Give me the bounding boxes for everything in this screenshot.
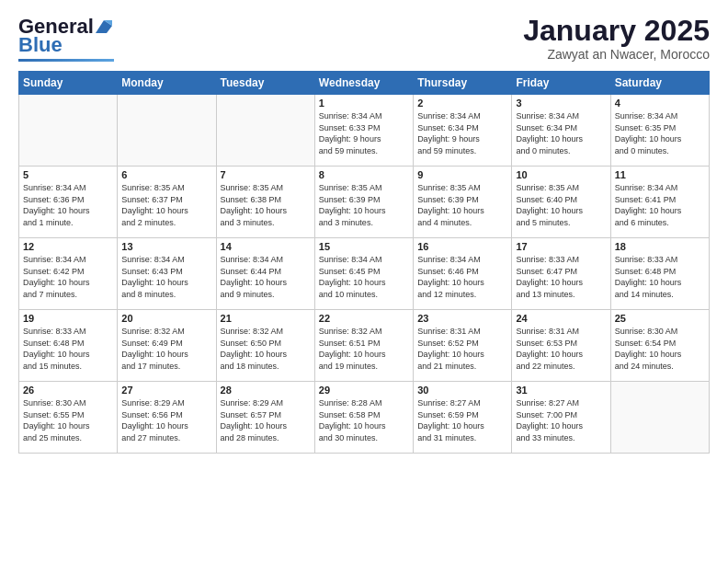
calendar-day: 16Sunrise: 8:34 AMSunset: 6:46 PMDayligh… xyxy=(414,238,512,310)
day-info: Sunrise: 8:33 AMSunset: 6:48 PMDaylight:… xyxy=(23,326,113,372)
day-number: 25 xyxy=(615,313,705,324)
day-info: Sunrise: 8:34 AMSunset: 6:43 PMDaylight:… xyxy=(121,254,211,300)
day-number: 30 xyxy=(417,385,507,396)
logo-underline xyxy=(18,59,114,62)
logo-text-blue: Blue xyxy=(18,33,63,57)
day-number: 7 xyxy=(221,169,311,180)
day-info: Sunrise: 8:34 AMSunset: 6:42 PMDaylight:… xyxy=(23,254,113,300)
calendar-day: 4Sunrise: 8:34 AMSunset: 6:35 PMDaylight… xyxy=(610,95,709,167)
day-number: 29 xyxy=(319,385,409,396)
col-tuesday: Tuesday xyxy=(216,72,314,95)
day-info: Sunrise: 8:33 AMSunset: 6:47 PMDaylight:… xyxy=(516,254,606,300)
calendar-day: 21Sunrise: 8:32 AMSunset: 6:50 PMDayligh… xyxy=(216,310,314,382)
day-info: Sunrise: 8:34 AMSunset: 6:34 PMDaylight:… xyxy=(516,110,606,156)
header: General Blue January 2025 Zawyat an Nwac… xyxy=(18,15,710,62)
day-info: Sunrise: 8:34 AMSunset: 6:41 PMDaylight:… xyxy=(615,182,705,228)
day-number: 18 xyxy=(615,241,705,252)
day-number: 17 xyxy=(516,241,606,252)
day-info: Sunrise: 8:35 AMSunset: 6:38 PMDaylight:… xyxy=(221,182,311,228)
day-number: 6 xyxy=(121,169,211,180)
day-info: Sunrise: 8:32 AMSunset: 6:49 PMDaylight:… xyxy=(121,326,211,372)
day-number: 13 xyxy=(121,241,211,252)
day-number: 28 xyxy=(221,385,311,396)
calendar-day: 5Sunrise: 8:34 AMSunset: 6:36 PMDaylight… xyxy=(19,167,118,238)
calendar-day xyxy=(610,382,709,454)
col-monday: Monday xyxy=(118,72,216,95)
day-info: Sunrise: 8:34 AMSunset: 6:33 PMDaylight:… xyxy=(319,110,409,156)
calendar-subtitle: Zawyat an Nwacer, Morocco xyxy=(523,47,710,62)
col-wednesday: Wednesday xyxy=(314,72,413,95)
calendar-day: 13Sunrise: 8:34 AMSunset: 6:43 PMDayligh… xyxy=(118,238,216,310)
calendar-day: 3Sunrise: 8:34 AMSunset: 6:34 PMDaylight… xyxy=(512,95,610,167)
day-info: Sunrise: 8:27 AMSunset: 7:00 PMDaylight:… xyxy=(516,397,606,443)
day-number: 26 xyxy=(23,385,113,396)
day-info: Sunrise: 8:34 AMSunset: 6:45 PMDaylight:… xyxy=(319,254,409,300)
calendar-day: 17Sunrise: 8:33 AMSunset: 6:47 PMDayligh… xyxy=(512,238,610,310)
col-saturday: Saturday xyxy=(610,72,709,95)
calendar-day: 30Sunrise: 8:27 AMSunset: 6:59 PMDayligh… xyxy=(414,382,512,454)
day-number: 3 xyxy=(516,98,606,109)
calendar-day xyxy=(216,95,314,167)
header-row: Sunday Monday Tuesday Wednesday Thursday… xyxy=(19,72,710,95)
calendar-day: 1Sunrise: 8:34 AMSunset: 6:33 PMDaylight… xyxy=(314,95,413,167)
day-info: Sunrise: 8:30 AMSunset: 6:55 PMDaylight:… xyxy=(23,397,113,443)
col-thursday: Thursday xyxy=(414,72,512,95)
day-info: Sunrise: 8:35 AMSunset: 6:39 PMDaylight:… xyxy=(417,182,507,228)
day-number: 14 xyxy=(221,241,311,252)
calendar-day: 28Sunrise: 8:29 AMSunset: 6:57 PMDayligh… xyxy=(216,382,314,454)
day-number: 4 xyxy=(615,98,705,109)
calendar-day: 18Sunrise: 8:33 AMSunset: 6:48 PMDayligh… xyxy=(610,238,709,310)
calendar-day: 6Sunrise: 8:35 AMSunset: 6:37 PMDaylight… xyxy=(118,167,216,238)
calendar-day: 19Sunrise: 8:33 AMSunset: 6:48 PMDayligh… xyxy=(19,310,118,382)
calendar-day: 20Sunrise: 8:32 AMSunset: 6:49 PMDayligh… xyxy=(118,310,216,382)
day-number: 12 xyxy=(23,241,113,252)
day-info: Sunrise: 8:28 AMSunset: 6:58 PMDaylight:… xyxy=(319,397,409,443)
calendar-day: 7Sunrise: 8:35 AMSunset: 6:38 PMDaylight… xyxy=(216,167,314,238)
calendar-week-3: 12Sunrise: 8:34 AMSunset: 6:42 PMDayligh… xyxy=(19,238,710,310)
calendar-day: 23Sunrise: 8:31 AMSunset: 6:52 PMDayligh… xyxy=(414,310,512,382)
day-number: 1 xyxy=(319,98,409,109)
calendar-day: 26Sunrise: 8:30 AMSunset: 6:55 PMDayligh… xyxy=(19,382,118,454)
calendar-week-5: 26Sunrise: 8:30 AMSunset: 6:55 PMDayligh… xyxy=(19,382,710,454)
col-friday: Friday xyxy=(512,72,610,95)
day-info: Sunrise: 8:34 AMSunset: 6:36 PMDaylight:… xyxy=(23,182,113,228)
day-number: 9 xyxy=(417,169,507,180)
calendar-day: 22Sunrise: 8:32 AMSunset: 6:51 PMDayligh… xyxy=(314,310,413,382)
calendar-day: 12Sunrise: 8:34 AMSunset: 6:42 PMDayligh… xyxy=(19,238,118,310)
day-info: Sunrise: 8:34 AMSunset: 6:46 PMDaylight:… xyxy=(417,254,507,300)
day-number: 21 xyxy=(221,313,311,324)
day-number: 5 xyxy=(23,169,113,180)
calendar-table: Sunday Monday Tuesday Wednesday Thursday… xyxy=(18,71,710,454)
calendar-week-1: 1Sunrise: 8:34 AMSunset: 6:33 PMDaylight… xyxy=(19,95,710,167)
day-number: 20 xyxy=(121,313,211,324)
day-info: Sunrise: 8:30 AMSunset: 6:54 PMDaylight:… xyxy=(615,326,705,372)
calendar-week-2: 5Sunrise: 8:34 AMSunset: 6:36 PMDaylight… xyxy=(19,167,710,238)
day-info: Sunrise: 8:27 AMSunset: 6:59 PMDaylight:… xyxy=(417,397,507,443)
day-number: 27 xyxy=(121,385,211,396)
day-number: 16 xyxy=(417,241,507,252)
calendar-day: 11Sunrise: 8:34 AMSunset: 6:41 PMDayligh… xyxy=(610,167,709,238)
calendar-day: 10Sunrise: 8:35 AMSunset: 6:40 PMDayligh… xyxy=(512,167,610,238)
day-info: Sunrise: 8:32 AMSunset: 6:50 PMDaylight:… xyxy=(221,326,311,372)
day-info: Sunrise: 8:35 AMSunset: 6:39 PMDaylight:… xyxy=(319,182,409,228)
day-info: Sunrise: 8:32 AMSunset: 6:51 PMDaylight:… xyxy=(319,326,409,372)
calendar-day: 24Sunrise: 8:31 AMSunset: 6:53 PMDayligh… xyxy=(512,310,610,382)
day-info: Sunrise: 8:31 AMSunset: 6:52 PMDaylight:… xyxy=(417,326,507,372)
logo: General Blue xyxy=(18,15,114,62)
logo-icon xyxy=(94,17,114,37)
day-info: Sunrise: 8:31 AMSunset: 6:53 PMDaylight:… xyxy=(516,326,606,372)
calendar-title: January 2025 xyxy=(523,15,710,47)
calendar-day: 29Sunrise: 8:28 AMSunset: 6:58 PMDayligh… xyxy=(314,382,413,454)
calendar-day: 25Sunrise: 8:30 AMSunset: 6:54 PMDayligh… xyxy=(610,310,709,382)
calendar-week-4: 19Sunrise: 8:33 AMSunset: 6:48 PMDayligh… xyxy=(19,310,710,382)
day-info: Sunrise: 8:29 AMSunset: 6:56 PMDaylight:… xyxy=(121,397,211,443)
calendar-day: 14Sunrise: 8:34 AMSunset: 6:44 PMDayligh… xyxy=(216,238,314,310)
day-number: 2 xyxy=(417,98,507,109)
calendar-day xyxy=(19,95,118,167)
calendar-day: 9Sunrise: 8:35 AMSunset: 6:39 PMDaylight… xyxy=(414,167,512,238)
calendar-day: 27Sunrise: 8:29 AMSunset: 6:56 PMDayligh… xyxy=(118,382,216,454)
day-number: 22 xyxy=(319,313,409,324)
calendar-day xyxy=(118,95,216,167)
day-number: 23 xyxy=(417,313,507,324)
day-info: Sunrise: 8:34 AMSunset: 6:44 PMDaylight:… xyxy=(221,254,311,300)
